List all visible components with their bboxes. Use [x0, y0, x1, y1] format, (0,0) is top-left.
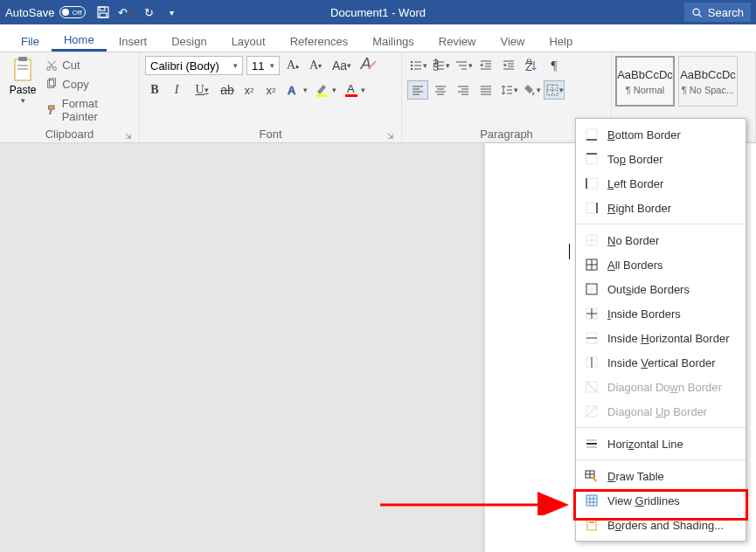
tab-home[interactable]: Home [52, 28, 107, 52]
svg-point-3 [693, 9, 699, 15]
format-painter-button[interactable]: Format Painter [45, 97, 134, 123]
copy-icon [45, 78, 58, 90]
numbering-icon: 123 [432, 59, 446, 72]
decrease-font-button[interactable]: A▾ [306, 56, 325, 75]
menu-no-border[interactable]: No Border [576, 228, 746, 252]
style-nospacing-name: ¶ No Spac... [682, 85, 734, 95]
font-color-button[interactable]: A▾ [341, 80, 367, 100]
increase-indent-button[interactable] [498, 56, 519, 75]
font-name-combo[interactable]: Calibri (Body)▾ [145, 56, 243, 75]
decrease-indent-button[interactable] [475, 56, 496, 75]
style-normal-preview: AaBbCcDc [617, 68, 673, 81]
font-size-value: 11 [252, 59, 264, 72]
menu-horizontal-line[interactable]: Horizontal Line [576, 431, 746, 456]
highlight-button[interactable]: ▾ [312, 80, 338, 100]
tab-references[interactable]: References [278, 30, 360, 52]
font-launcher[interactable]: ⇲ [387, 132, 394, 141]
right-border-icon [585, 201, 599, 215]
cut-button[interactable]: Cut [45, 59, 134, 72]
inside-borders-icon [585, 307, 599, 321]
format-painter-label: Format Painter [62, 97, 134, 123]
line-spacing-icon [500, 83, 514, 97]
clear-format-button[interactable]: A [358, 56, 378, 75]
increase-font-button[interactable]: A▴ [283, 56, 302, 75]
menu-all-borders[interactable]: All Borders [576, 252, 746, 277]
italic-button[interactable]: I [167, 80, 186, 100]
show-hide-button[interactable]: ¶ [544, 56, 565, 75]
top-border-icon [585, 152, 599, 166]
menu-outside-borders[interactable]: Outside Borders [576, 277, 746, 301]
svg-rect-19 [316, 94, 327, 97]
borders-button[interactable]: ▾ [544, 80, 565, 100]
tab-file[interactable]: File [9, 30, 52, 52]
save-icon[interactable] [96, 5, 110, 19]
strikethrough-button[interactable]: ab [218, 80, 237, 100]
borders-icon [545, 83, 559, 97]
sort-button[interactable]: AZ [521, 56, 542, 75]
align-left-button[interactable] [407, 80, 428, 100]
align-right-button[interactable] [453, 80, 474, 100]
tab-insert[interactable]: Insert [107, 30, 160, 52]
svg-rect-2 [100, 13, 107, 17]
clipboard-launcher[interactable]: ⇲ [125, 132, 132, 141]
draw-table-icon [585, 469, 599, 483]
style-normal[interactable]: AaBbCcDc ¶ Normal [615, 56, 675, 107]
borders-menu: Bottom Border ToP Border Left Border Rig… [575, 118, 746, 542]
menu-inside-borders[interactable]: Inside Borders [576, 301, 746, 326]
svg-line-16 [50, 109, 52, 114]
menu-left-border[interactable]: Left Border [576, 171, 746, 196]
align-center-button[interactable] [430, 80, 451, 100]
align-center-icon [433, 83, 447, 97]
shading-icon [523, 83, 537, 97]
tab-layout[interactable]: Layout [219, 30, 278, 52]
autosave-toggle[interactable]: Off [59, 6, 86, 18]
line-spacing-button[interactable]: ▾ [498, 80, 519, 100]
menu-inside-v-border[interactable]: Inside Vertical Border [576, 350, 746, 375]
menu-top-border[interactable]: ToP Border [576, 147, 746, 171]
autosave-state: Off [73, 9, 82, 17]
numbering-button[interactable]: 123▾ [430, 56, 451, 75]
qat-customize[interactable]: ▾ [164, 5, 178, 19]
search-box[interactable]: Search [684, 3, 751, 22]
tab-help[interactable]: Help [537, 30, 585, 52]
text-effects-button[interactable]: A▾ [283, 80, 309, 100]
paragraph-group-label: Paragraph [480, 128, 533, 141]
tab-review[interactable]: Review [427, 30, 489, 52]
clipboard-group-label: Clipboard [45, 128, 94, 141]
subscript-button[interactable]: x [239, 80, 259, 100]
redo-icon[interactable]: ↻ [142, 5, 156, 19]
font-size-combo[interactable]: 11▾ [246, 56, 280, 75]
bullets-button[interactable]: ▾ [407, 56, 428, 75]
menu-borders-shading[interactable]: Borders and Shading... [576, 513, 746, 537]
borders-shading-icon [585, 518, 599, 532]
tab-mailings[interactable]: Mailings [360, 30, 427, 52]
tab-design[interactable]: Design [159, 30, 218, 52]
menu-bottom-border[interactable]: Bottom Border [576, 122, 746, 147]
superscript-button[interactable]: x [261, 80, 281, 100]
copy-label: Copy [62, 78, 88, 91]
change-case-button[interactable]: Aa▾ [329, 56, 355, 75]
bold-button[interactable]: B [145, 80, 164, 100]
svg-rect-75 [586, 203, 597, 213]
menu-inside-label: Inside Borders [607, 307, 681, 321]
underline-button[interactable]: U▾ [189, 80, 215, 100]
shading-button-ribbon[interactable]: ▾ [521, 80, 542, 100]
tab-view[interactable]: View [488, 30, 537, 52]
inside-v-border-icon [585, 355, 599, 369]
justify-button[interactable] [475, 80, 496, 100]
menu-view-gridlines[interactable]: View Gridlines [576, 488, 746, 513]
menu-top-label: ToP Border [607, 153, 663, 166]
menu-right-border[interactable]: Right Border [576, 196, 746, 220]
undo-icon[interactable]: ↶▾ [119, 5, 133, 19]
svg-rect-108 [587, 520, 596, 530]
multilevel-button[interactable]: ▾ [453, 56, 474, 75]
paste-label: Paste [10, 84, 37, 96]
menu-draw-table[interactable]: Draw Table [576, 464, 746, 488]
copy-button[interactable]: Copy [45, 78, 134, 91]
style-no-spacing[interactable]: AaBbCcDc ¶ No Spac... [678, 56, 738, 107]
font-group-label: Font [259, 128, 281, 141]
paste-button[interactable]: Paste ▾ [5, 56, 40, 126]
no-border-icon [585, 233, 599, 247]
paste-dropdown[interactable]: ▾ [21, 96, 25, 105]
menu-inside-h-border[interactable]: Inside Horizontal Border [576, 326, 746, 350]
